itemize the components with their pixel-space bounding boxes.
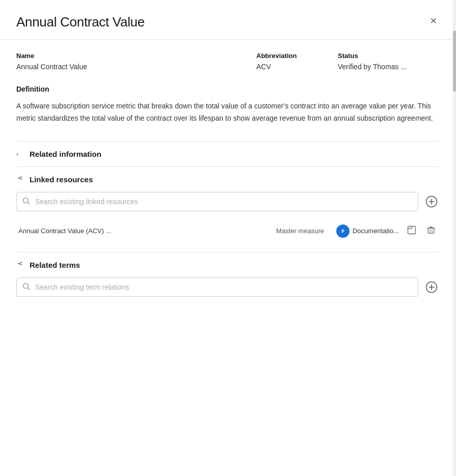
linked-resources-search-row bbox=[16, 192, 440, 211]
abbreviation-label: Abbreviation bbox=[256, 52, 328, 60]
doc-link[interactable]: Documentatio... bbox=[336, 225, 399, 238]
linked-item-text: Annual Contract Value (ACV) ... bbox=[18, 227, 272, 235]
related-terms-search-row bbox=[16, 277, 440, 297]
add-tab-icon[interactable] bbox=[405, 223, 418, 239]
fields-row: Name Annual Contract Value Abbreviation … bbox=[16, 52, 440, 71]
abbreviation-value: ACV bbox=[256, 63, 328, 71]
linked-resources-chevron-icon: ∨ bbox=[17, 175, 24, 183]
related-information-chevron-icon: › bbox=[16, 150, 24, 158]
linked-resources-header[interactable]: ∨ Linked resources bbox=[16, 175, 440, 184]
doc-label: Documentatio... bbox=[353, 227, 399, 235]
linked-resources-search-wrap bbox=[16, 192, 418, 211]
scrollbar-thumb[interactable] bbox=[453, 31, 456, 92]
related-terms-search-wrap bbox=[16, 277, 418, 297]
related-terms-section: ∨ Related terms bbox=[16, 252, 440, 312]
doc-icon bbox=[336, 225, 350, 238]
panel-content: Name Annual Contract Value Abbreviation … bbox=[0, 40, 456, 324]
status-value: Verified by Thomas ... bbox=[338, 63, 440, 71]
related-terms-chevron-icon: ∨ bbox=[17, 261, 24, 269]
panel-header: Annual Contract Value × bbox=[0, 0, 456, 40]
linked-item-badge: Master measure bbox=[276, 227, 324, 235]
related-terms-header[interactable]: ∨ Related terms bbox=[16, 261, 440, 269]
linked-resources-title: Linked resources bbox=[30, 175, 93, 184]
related-information-title: Related information bbox=[30, 150, 101, 158]
abbreviation-field-group: Abbreviation ACV bbox=[256, 52, 328, 71]
definition-section: Definition A software subscription servi… bbox=[16, 85, 440, 125]
svg-rect-9 bbox=[428, 228, 434, 233]
page-title: Annual Contract Value bbox=[16, 14, 145, 30]
related-information-header[interactable]: › Related information bbox=[16, 150, 440, 158]
status-field-group: Status Verified by Thomas ... bbox=[338, 52, 440, 71]
name-value: Annual Contract Value bbox=[16, 63, 226, 71]
name-field-group: Name Annual Contract Value bbox=[16, 52, 226, 71]
panel: Annual Contract Value × Name Annual Cont… bbox=[0, 0, 456, 476]
linked-resources-search-input[interactable] bbox=[16, 192, 418, 211]
related-terms-search-input[interactable] bbox=[16, 277, 418, 297]
delete-icon[interactable] bbox=[424, 223, 438, 239]
close-button[interactable]: × bbox=[427, 14, 440, 27]
linked-resources-body: Annual Contract Value (ACV) ... Master m… bbox=[16, 192, 440, 244]
linked-item-row: Annual Contract Value (ACV) ... Master m… bbox=[16, 218, 440, 244]
definition-label: Definition bbox=[16, 85, 440, 93]
linked-resources-add-button[interactable] bbox=[423, 193, 440, 210]
related-terms-add-button[interactable] bbox=[423, 279, 440, 295]
related-information-section: › Related information bbox=[16, 141, 440, 166]
linked-resources-section: ∨ Linked resources bbox=[16, 166, 440, 252]
related-terms-body bbox=[16, 277, 440, 297]
definition-text: A software subscription service metric t… bbox=[16, 100, 440, 125]
scrollbar-track[interactable] bbox=[453, 0, 456, 476]
status-label: Status bbox=[338, 52, 440, 60]
related-terms-title: Related terms bbox=[30, 261, 80, 269]
name-label: Name bbox=[16, 52, 226, 60]
